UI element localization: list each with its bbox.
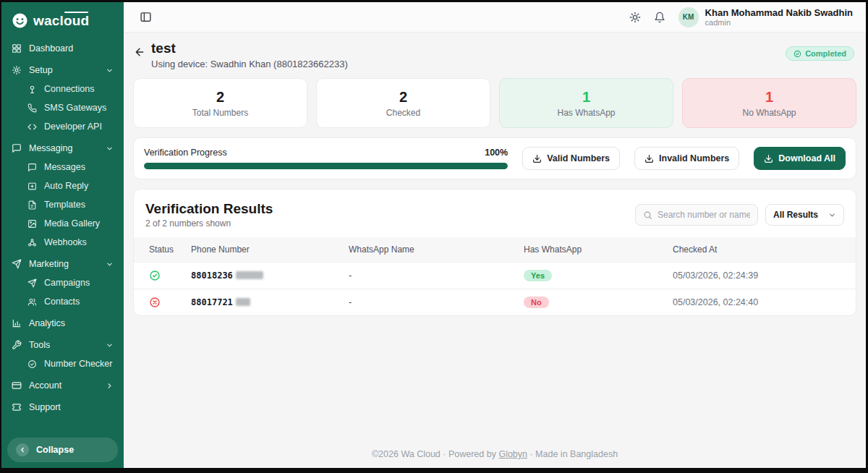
sidebar-item-label: Media Gallery [44,218,100,229]
sidebar-item-label: Tools [29,340,50,350]
sidebar-item-account[interactable]: Account [1,376,124,395]
checked-at: 05/03/2026, 02:24:39 [664,263,856,289]
sidebar-item-analytics[interactable]: Analytics [1,314,124,333]
sidebar-item-label: Support [29,402,61,412]
sidebar-item-label: Setup [29,65,53,75]
table-row[interactable]: 88017721 - No 05/03/2026, 02:24:40 [134,289,856,316]
sidebar-item-messages[interactable]: Messages [1,158,124,176]
sidebar-item-webhooks[interactable]: Webhooks [1,233,124,252]
sidebar-item-connections[interactable]: Connections [1,80,124,98]
stat-value: 2 [141,89,299,106]
chevron-right-icon [106,382,114,390]
whatsapp-name: - [340,289,515,316]
col-whatsapp-name: WhatsApp Name [340,237,515,263]
content-scroll: 2 Total Numbers 2 Checked 1 Has WhatsApp… [124,78,866,468]
stat-card-no-whatsapp: 1 No WhatsApp [682,78,856,128]
code-icon [27,122,37,132]
chevron-left-icon [16,443,29,456]
sidebar-item-label: Dashboard [29,43,73,54]
col-checked-at: Checked At [664,237,856,263]
sidebar-item-dashboard[interactable]: Dashboard [1,39,124,58]
chevron-down-icon [106,145,114,153]
sidebar-item-number-checker[interactable]: Number Checker [1,354,124,373]
theme-toggle-button[interactable] [629,12,641,23]
chevron-down-icon [106,341,114,349]
phone-number: 88018236 [191,270,233,281]
user-role: cadmin [705,18,853,27]
download-icon [644,154,654,163]
main-area: KM Khan Mohammad Nakib Swadhin cadmin te… [124,2,866,468]
checked-at: 05/03/2026, 02:24:40 [664,289,856,316]
sidebar-item-campaigns[interactable]: Campaigns [1,273,124,292]
sidebar-item-label: Account [29,380,61,391]
smiley-logo-icon [12,12,28,29]
app-frame: wacloud Dashboard Setup Connections SMS … [1,2,866,468]
sidebar-item-auto-reply[interactable]: Auto Reply [1,176,124,195]
progress-fill [144,163,508,169]
paper-plane-icon [27,278,37,288]
brand-logo[interactable]: wacloud [1,7,124,36]
search-box [635,204,758,226]
sidebar-item-marketing[interactable]: Marketing [1,255,124,273]
sidebar-item-contacts[interactable]: Contacts [1,292,124,311]
redacted-digits [236,298,250,306]
sidebar-item-messaging[interactable]: Messaging [1,139,124,158]
invalid-numbers-label: Invalid Numbers [659,153,729,163]
results-card: Verification Results 2 of 2 numbers show… [133,189,856,316]
download-all-button[interactable]: Download All [754,147,846,170]
back-button[interactable] [134,46,145,58]
search-icon [643,210,652,220]
chat-bubble-icon [27,163,37,172]
user-menu[interactable]: KM Khan Mohammad Nakib Swadhin cadmin [678,7,853,27]
sidebar-item-support[interactable]: Support [1,398,124,417]
table-row[interactable]: 88018236 - Yes 05/03/2026, 02:24:39 [134,263,856,289]
chevron-down-icon [106,67,114,74]
results-filter-select[interactable]: All Results [765,204,844,226]
stat-label: Has WhatsApp [507,108,665,118]
phone-icon [27,103,37,113]
sidebar-item-developer-api[interactable]: Developer API [1,117,124,136]
sidebar-item-label: Connections [44,84,95,94]
globyn-link[interactable]: Globyn [498,449,527,459]
paper-plane-icon [12,259,22,269]
sidebar-toggle-button[interactable] [140,11,152,23]
sidebar: wacloud Dashboard Setup Connections SMS … [1,2,124,468]
user-name: Khan Mohammad Nakib Swadhin [705,7,853,19]
sidebar-item-label: Auto Reply [44,181,88,191]
bell-icon [654,12,665,23]
sidebar-item-setup[interactable]: Setup [1,61,124,80]
avatar: KM [678,7,699,27]
progress-card: Verification Progress 100% Valid Numbers… [133,137,856,179]
check-circle-icon [793,50,801,58]
sidebar-item-sms-gateways[interactable]: SMS Gateways [1,98,124,117]
results-count: 2 of 2 numbers shown [145,218,273,229]
sidebar-item-templates[interactable]: Templates [1,195,124,214]
check-circle-icon [27,359,37,369]
stat-label: Checked [324,108,482,118]
invalid-numbers-button[interactable]: Invalid Numbers [634,147,739,170]
stat-value: 1 [507,89,665,106]
stat-value: 2 [324,89,482,106]
valid-numbers-button[interactable]: Valid Numbers [522,147,620,170]
progress-percent: 100% [485,148,508,158]
download-icon [764,154,773,163]
sidebar-item-label: Messages [44,162,85,172]
has-whatsapp-pill: Yes [524,270,552,281]
stat-card-checked: 2 Checked [316,78,490,128]
topbar: KM Khan Mohammad Nakib Swadhin cadmin [124,2,866,33]
whatsapp-name: - [340,263,515,289]
page-header: test Using device: Swadhin Khan (8801823… [124,33,866,78]
credit-card-icon [12,380,22,391]
col-phone: Phone Number [182,237,340,263]
search-input[interactable] [658,210,750,220]
col-status: Status [134,237,182,263]
sidebar-item-media-gallery[interactable]: Media Gallery [1,214,124,233]
collapse-sidebar-button[interactable]: Collapse [7,438,118,462]
table-header-row: Status Phone Number WhatsApp Name Has Wh… [134,237,856,263]
notifications-button[interactable] [654,12,665,23]
download-icon [532,154,542,163]
sidebar-item-label: Messaging [29,143,72,153]
chevron-down-icon [828,211,836,219]
sidebar-item-tools[interactable]: Tools [1,336,124,354]
users-icon [27,297,37,307]
